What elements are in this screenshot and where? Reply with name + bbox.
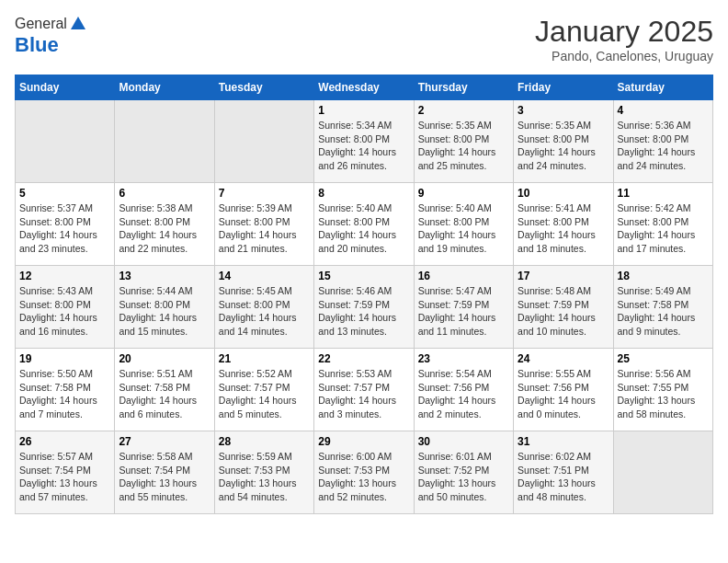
day-number: 31 xyxy=(518,435,609,448)
day-detail: Sunrise: 5:35 AM Sunset: 8:00 PM Dayligh… xyxy=(418,120,496,171)
calendar-cell: 27Sunrise: 5:58 AM Sunset: 7:54 PM Dayli… xyxy=(115,431,214,514)
day-number: 28 xyxy=(219,435,310,448)
day-detail: Sunrise: 5:50 AM Sunset: 7:58 PM Dayligh… xyxy=(19,368,97,419)
calendar-cell: 30Sunrise: 6:01 AM Sunset: 7:52 PM Dayli… xyxy=(414,431,513,514)
day-detail: Sunrise: 5:51 AM Sunset: 7:58 PM Dayligh… xyxy=(119,368,197,419)
page-header: General Blue January 2025 Pando, Canelon… xyxy=(15,15,713,63)
calendar-cell xyxy=(115,100,214,183)
calendar-cell: 31Sunrise: 6:02 AM Sunset: 7:51 PM Dayli… xyxy=(514,431,613,514)
day-detail: Sunrise: 5:47 AM Sunset: 7:59 PM Dayligh… xyxy=(418,285,496,337)
calendar-cell: 5Sunrise: 5:37 AM Sunset: 8:00 PM Daylig… xyxy=(16,183,115,266)
day-number: 10 xyxy=(518,187,609,200)
day-detail: Sunrise: 5:42 AM Sunset: 8:00 PM Dayligh… xyxy=(618,202,696,254)
calendar-cell: 10Sunrise: 5:41 AM Sunset: 8:00 PM Dayli… xyxy=(514,183,613,266)
calendar-cell xyxy=(16,100,115,183)
calendar-cell: 21Sunrise: 5:52 AM Sunset: 7:57 PM Dayli… xyxy=(214,349,313,431)
logo-blue-text: Blue xyxy=(15,33,59,57)
day-number: 20 xyxy=(119,352,210,365)
day-detail: Sunrise: 5:55 AM Sunset: 7:56 PM Dayligh… xyxy=(518,368,596,419)
header-tuesday: Tuesday xyxy=(214,75,313,100)
calendar-cell: 14Sunrise: 5:45 AM Sunset: 8:00 PM Dayli… xyxy=(214,266,313,349)
day-detail: Sunrise: 5:40 AM Sunset: 8:00 PM Dayligh… xyxy=(318,202,396,254)
day-detail: Sunrise: 5:37 AM Sunset: 8:00 PM Dayligh… xyxy=(19,202,97,254)
calendar-cell: 15Sunrise: 5:46 AM Sunset: 7:59 PM Dayli… xyxy=(314,266,414,349)
svg-marker-0 xyxy=(71,17,85,29)
day-detail: Sunrise: 5:57 AM Sunset: 7:54 PM Dayligh… xyxy=(19,451,97,502)
header-friday: Friday xyxy=(514,75,613,100)
day-number: 16 xyxy=(418,270,509,282)
day-detail: Sunrise: 5:59 AM Sunset: 7:53 PM Dayligh… xyxy=(219,451,297,502)
calendar-cell xyxy=(613,431,712,514)
day-detail: Sunrise: 5:41 AM Sunset: 8:00 PM Dayligh… xyxy=(518,202,596,254)
header-thursday: Thursday xyxy=(414,75,513,100)
title-block: January 2025 Pando, Canelones, Uruguay xyxy=(535,15,713,63)
day-number: 22 xyxy=(318,352,409,365)
calendar-subtitle: Pando, Canelones, Uruguay xyxy=(535,49,713,63)
calendar-cell: 19Sunrise: 5:50 AM Sunset: 7:58 PM Dayli… xyxy=(16,349,115,431)
day-detail: Sunrise: 5:46 AM Sunset: 7:59 PM Dayligh… xyxy=(318,285,396,337)
day-detail: Sunrise: 6:00 AM Sunset: 7:53 PM Dayligh… xyxy=(318,451,396,502)
calendar-title: January 2025 xyxy=(535,15,713,49)
calendar-cell: 8Sunrise: 5:40 AM Sunset: 8:00 PM Daylig… xyxy=(314,183,414,266)
day-number: 3 xyxy=(518,104,609,117)
day-detail: Sunrise: 5:44 AM Sunset: 8:00 PM Dayligh… xyxy=(119,285,197,337)
day-detail: Sunrise: 5:45 AM Sunset: 8:00 PM Dayligh… xyxy=(219,285,297,337)
calendar-cell: 16Sunrise: 5:47 AM Sunset: 7:59 PM Dayli… xyxy=(414,266,513,349)
day-detail: Sunrise: 5:35 AM Sunset: 8:00 PM Dayligh… xyxy=(518,120,596,171)
calendar-cell: 2Sunrise: 5:35 AM Sunset: 8:00 PM Daylig… xyxy=(414,100,513,183)
logo-icon xyxy=(69,15,87,33)
day-number: 5 xyxy=(19,187,110,200)
day-number: 11 xyxy=(618,187,709,200)
day-detail: Sunrise: 5:39 AM Sunset: 8:00 PM Dayligh… xyxy=(219,202,297,254)
day-number: 14 xyxy=(219,270,310,282)
day-number: 1 xyxy=(318,104,409,117)
day-number: 12 xyxy=(19,270,110,282)
day-number: 17 xyxy=(518,270,609,282)
calendar-cell: 24Sunrise: 5:55 AM Sunset: 7:56 PM Dayli… xyxy=(514,349,613,431)
calendar-week-row: 26Sunrise: 5:57 AM Sunset: 7:54 PM Dayli… xyxy=(16,431,713,514)
day-number: 26 xyxy=(19,435,110,448)
day-number: 27 xyxy=(119,435,210,448)
calendar-cell: 17Sunrise: 5:48 AM Sunset: 7:59 PM Dayli… xyxy=(514,266,613,349)
day-detail: Sunrise: 5:52 AM Sunset: 7:57 PM Dayligh… xyxy=(219,368,297,419)
day-detail: Sunrise: 6:01 AM Sunset: 7:52 PM Dayligh… xyxy=(418,451,496,502)
calendar-cell: 28Sunrise: 5:59 AM Sunset: 7:53 PM Dayli… xyxy=(214,431,313,514)
day-number: 24 xyxy=(518,352,609,365)
header-monday: Monday xyxy=(115,75,214,100)
header-sunday: Sunday xyxy=(16,75,115,100)
day-number: 13 xyxy=(119,270,210,282)
day-detail: Sunrise: 5:40 AM Sunset: 8:00 PM Dayligh… xyxy=(418,202,496,254)
day-detail: Sunrise: 6:02 AM Sunset: 7:51 PM Dayligh… xyxy=(518,451,596,502)
day-detail: Sunrise: 5:54 AM Sunset: 7:56 PM Dayligh… xyxy=(418,368,496,419)
logo-general-text: General xyxy=(15,16,67,32)
calendar-cell: 4Sunrise: 5:36 AM Sunset: 8:00 PM Daylig… xyxy=(613,100,712,183)
calendar-cell: 23Sunrise: 5:54 AM Sunset: 7:56 PM Dayli… xyxy=(414,349,513,431)
day-number: 6 xyxy=(119,187,210,200)
calendar-cell: 7Sunrise: 5:39 AM Sunset: 8:00 PM Daylig… xyxy=(214,183,313,266)
calendar-week-row: 1Sunrise: 5:34 AM Sunset: 8:00 PM Daylig… xyxy=(16,100,713,183)
calendar-table: Sunday Monday Tuesday Wednesday Thursday… xyxy=(15,75,713,514)
calendar-week-row: 12Sunrise: 5:43 AM Sunset: 8:00 PM Dayli… xyxy=(16,266,713,349)
day-number: 7 xyxy=(219,187,310,200)
day-number: 25 xyxy=(618,352,709,365)
calendar-cell: 6Sunrise: 5:38 AM Sunset: 8:00 PM Daylig… xyxy=(115,183,214,266)
day-number: 8 xyxy=(318,187,409,200)
day-detail: Sunrise: 5:49 AM Sunset: 7:58 PM Dayligh… xyxy=(618,285,696,337)
day-detail: Sunrise: 5:43 AM Sunset: 8:00 PM Dayligh… xyxy=(19,285,97,337)
day-detail: Sunrise: 5:56 AM Sunset: 7:55 PM Dayligh… xyxy=(618,368,696,419)
calendar-cell xyxy=(214,100,313,183)
day-detail: Sunrise: 5:48 AM Sunset: 7:59 PM Dayligh… xyxy=(518,285,596,337)
day-detail: Sunrise: 5:34 AM Sunset: 8:00 PM Dayligh… xyxy=(318,120,396,171)
day-number: 15 xyxy=(318,270,409,282)
calendar-cell: 13Sunrise: 5:44 AM Sunset: 8:00 PM Dayli… xyxy=(115,266,214,349)
day-detail: Sunrise: 5:38 AM Sunset: 8:00 PM Dayligh… xyxy=(119,202,197,254)
calendar-cell: 3Sunrise: 5:35 AM Sunset: 8:00 PM Daylig… xyxy=(514,100,613,183)
day-detail: Sunrise: 5:53 AM Sunset: 7:57 PM Dayligh… xyxy=(318,368,396,419)
calendar-cell: 20Sunrise: 5:51 AM Sunset: 7:58 PM Dayli… xyxy=(115,349,214,431)
calendar-cell: 12Sunrise: 5:43 AM Sunset: 8:00 PM Dayli… xyxy=(16,266,115,349)
logo: General Blue xyxy=(15,15,87,57)
day-number: 30 xyxy=(418,435,509,448)
day-number: 18 xyxy=(618,270,709,282)
day-detail: Sunrise: 5:36 AM Sunset: 8:00 PM Dayligh… xyxy=(618,120,696,171)
calendar-cell: 1Sunrise: 5:34 AM Sunset: 8:00 PM Daylig… xyxy=(314,100,414,183)
